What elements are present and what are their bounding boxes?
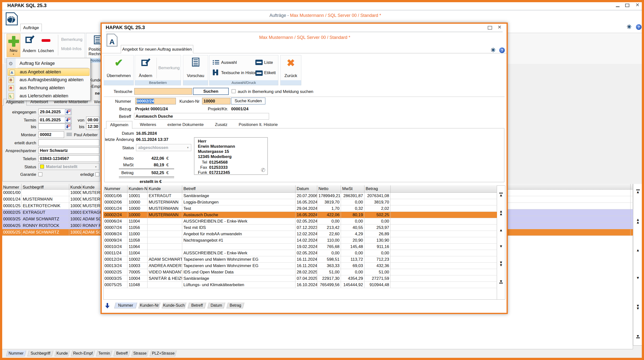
vorschau-button[interactable]: Vorschau [183, 73, 208, 78]
scroll-first-button[interactable]: ▲ [499, 192, 503, 196]
betreff-input[interactable]: Austausch Dusche [134, 113, 269, 120]
table-row[interactable]: 00010/241106419.02.2024765,68145,48911,1… [103, 244, 497, 250]
column-header[interactable]: Kunde [69, 184, 82, 190]
table-row[interactable]: 00075/2511048Lüftungs- und Klimakältearb… [103, 282, 497, 288]
sort-tab-betreff[interactable]: Betreff [114, 350, 130, 356]
sort-tab-termin[interactable]: Termin [96, 350, 112, 356]
column-header[interactable]: Suchbegriff [22, 184, 69, 190]
status-combobox[interactable]: Material bestellt ▼ [38, 163, 99, 170]
column-header[interactable]: Datum [296, 186, 317, 193]
menu-item-4[interactable]: Raus Rechnung ableiten [7, 84, 90, 92]
liste-button[interactable]: Liste [264, 60, 273, 65]
sort-tab-plz-strasse[interactable]: PLZ+Strasse [150, 350, 176, 356]
bemerkung-button-dialog[interactable]: Bemerkung [158, 66, 180, 70]
column-header[interactable]: MwSt [341, 186, 364, 193]
menu-item-1[interactable]: ⚙Auftrag für Anlage [7, 60, 90, 68]
zurueck-button[interactable]: Zurück [280, 73, 301, 78]
tab-externe-dokumente[interactable]: externe Dokumente [164, 121, 207, 128]
scroll-up-button[interactable]: ▲ [636, 249, 640, 252]
termin-input[interactable]: 01.05.2025 12 [38, 117, 72, 123]
sort-tab-kunden-nr[interactable]: Kunden-Nr [138, 302, 160, 308]
scroll-pgdn-button[interactable]: ▼▼ [499, 261, 503, 266]
help-icon[interactable]: ? [636, 24, 642, 30]
mobil-infos-button[interactable]: Mobil-Infos [61, 46, 82, 51]
table-row[interactable]: 00012/2410002ADAM SCHWARTZTapezieren und… [103, 256, 497, 263]
sort-tab-nummer[interactable]: Nummer [6, 350, 26, 356]
sort-tab-datum[interactable]: Datum [208, 302, 225, 308]
monteur-input[interactable]: 00002 [38, 131, 64, 138]
bemerkung-button[interactable]: Bemerkung [61, 37, 82, 42]
erteilt-durch-input[interactable] [38, 140, 99, 146]
table-row[interactable]: 00001/0610001EXTRAGUTSanitäranlage20.07.… [103, 193, 497, 199]
minimize-button[interactable] [616, 6, 620, 7]
tab-zusatz[interactable]: Zusatz [211, 121, 231, 128]
tab-positionen-lt-historie[interactable]: Positionen lt. Historie [235, 121, 282, 128]
textsuche-input[interactable] [134, 88, 192, 95]
bis-zeit-input[interactable]: 12:30 [86, 123, 99, 130]
table-row[interactable]: 00008/2411000Angebot für mobAA umwandeln… [103, 231, 497, 237]
dialog-edit-button[interactable]: Ändern [135, 73, 156, 78]
dialog-close-button[interactable]: ✕ [498, 25, 502, 30]
settings-gear-icon[interactable]: ✳ [627, 24, 632, 30]
etikett-button[interactable]: Etikett [264, 70, 276, 75]
close-button[interactable]: ✕ [636, 2, 640, 7]
dialog-tab[interactable]: Angebot für neuen Auftrag auswählen [121, 45, 193, 53]
column-header[interactable]: Kunde [148, 186, 182, 193]
calendar-icon[interactable]: 12 [65, 109, 71, 114]
phone-icon[interactable]: ✆ [261, 167, 266, 174]
tab-allgemein[interactable]: Allgemein [106, 121, 132, 129]
sort-tab-nummer[interactable]: Nummer [114, 302, 137, 308]
sort-tab-betrag[interactable]: Betrag [226, 302, 244, 308]
bemerkung-suchen-checkbox[interactable] [232, 89, 236, 93]
tab-weiteres[interactable]: Weiteres [136, 121, 160, 128]
table-row[interactable]: 00003/2510004SANITÄR & HEIZUSanitäranlag… [103, 276, 497, 282]
edit-button[interactable]: Ändern [22, 34, 37, 57]
table-row[interactable]: 00002/2570005VIDEO MANDANTIDS und Open M… [103, 269, 497, 276]
table-row[interactable]: 00002/2410000MUSTERMANNAustausch Dusche1… [103, 212, 497, 218]
ansprechpartner-input[interactable]: Herr Schwartz [38, 147, 99, 154]
calendar-icon[interactable]: 12 [65, 124, 71, 129]
scroll-last-button[interactable]: ▼ [499, 280, 503, 284]
scroll-pgup-button[interactable]: ▲▲ [499, 210, 503, 215]
tab-auftraege[interactable]: Aufträge [20, 24, 42, 32]
suche-kunden-button[interactable]: Suche Kunden [231, 98, 266, 104]
sort-tab-betreff[interactable]: Betreff [188, 302, 206, 308]
dialog-status-combobox[interactable]: abgeschlossen ▼ [136, 144, 191, 151]
table-row[interactable]: 00007/2411056Test mit IDS07.12.2023213,4… [103, 224, 497, 231]
scroll-pgdn-button[interactable]: ▼▼ [636, 304, 640, 310]
sort-tab-rech-empf[interactable]: Rech-Empf [71, 350, 95, 356]
table-row[interactable]: 00013/2410003ANDREA ANDERSTapezieren und… [103, 263, 497, 269]
bis-datum-input[interactable]: 12 [38, 123, 72, 130]
new-button[interactable]: Neu ▼ [6, 34, 20, 57]
calendar-icon[interactable]: 12 [65, 118, 71, 122]
eingegangen-input[interactable]: 29.04.2025 12 [38, 108, 72, 115]
table-row[interactable]: 00011/2411004AUSSCHREIBEN.DE - Enke-Werk… [103, 250, 497, 256]
uebernehmen-button[interactable]: Übernehmen [104, 73, 134, 78]
textsuche-historie-button[interactable]: Textsuche in Historie [221, 70, 260, 75]
column-header[interactable]: Nummer [2, 184, 22, 190]
scroll-up-button[interactable]: ▲ [499, 229, 503, 231]
scroll-down-button[interactable]: ▼ [499, 245, 503, 248]
scroll-last-button[interactable]: ▼ [636, 334, 640, 338]
auswahl-button[interactable]: Auswahl [221, 60, 237, 65]
nummer-input[interactable]: 00002/24 [135, 98, 176, 104]
von-zeit-input[interactable]: 08:00 [86, 117, 99, 123]
column-header[interactable]: Netto [317, 186, 341, 193]
table-row[interactable]: 00001/2410000MUSTERMANNTest29.04.20241,7… [103, 206, 497, 212]
garantie-checkbox[interactable] [38, 172, 42, 176]
sort-tab-suchbegriff[interactable]: Suchbegriff [28, 350, 53, 356]
sort-tab-kunde[interactable]: Kunde [54, 350, 70, 356]
scroll-pgup-button[interactable]: ▲▲ [636, 218, 640, 224]
column-header[interactable]: Betrag [364, 186, 390, 193]
table-row[interactable]: 00002/0610000MUSTERMANNLoggia-Brüstungen… [103, 199, 497, 206]
scroll-first-button[interactable]: ▲ [636, 189, 640, 193]
suchen-button[interactable]: Suchen [193, 88, 229, 95]
scroll-down-button[interactable]: ▼ [636, 276, 640, 279]
maximize-button[interactable] [625, 4, 629, 7]
column-header[interactable]: Betreff [182, 186, 296, 193]
menu-item-3[interactable]: Baus Auftragsbestätigung ableiten [7, 76, 90, 84]
sort-tab-strasse[interactable]: Strasse [131, 350, 148, 356]
positions-invoice-button[interactable]: Positio Rechn [88, 47, 101, 56]
dialog-help-icon[interactable]: ? [499, 48, 505, 53]
dialog-gear-icon[interactable]: ✳ [491, 47, 496, 54]
